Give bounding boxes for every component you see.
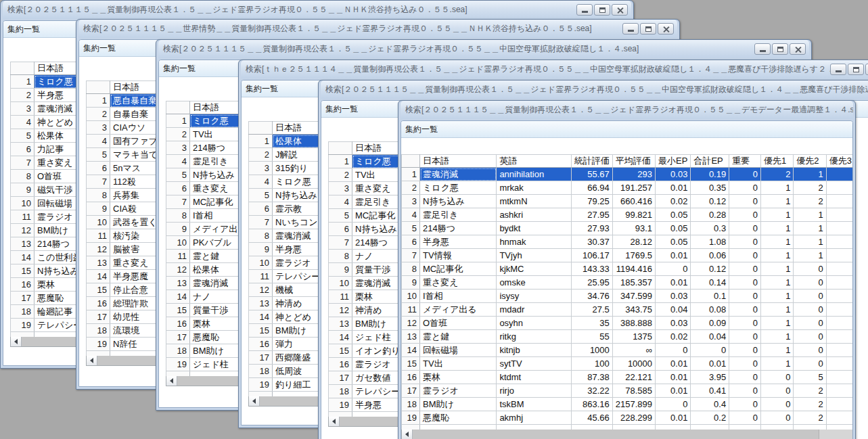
grid-cell[interactable]: 0 [794, 317, 826, 330]
grid-cell[interactable]: 1 [794, 222, 826, 235]
column-header[interactable]: 統計評価 [571, 155, 612, 168]
row-number-cell[interactable]: 6 [402, 235, 420, 249]
grid-cell[interactable] [826, 398, 853, 411]
column-header[interactable]: 優先2 [794, 155, 826, 168]
grid-cell[interactable]: 863.16 [571, 398, 612, 411]
grid-cell[interactable]: ∞ [612, 344, 655, 357]
row-number-cell[interactable]: 12 [87, 243, 110, 256]
grid-cell[interactable]: 1375 [612, 330, 655, 344]
row-number-cell[interactable]: 13 [402, 330, 420, 344]
row-number-cell[interactable]: 10 [329, 277, 352, 290]
grid-cell[interactable]: 0.05 [656, 235, 691, 249]
grid-cell[interactable]: isysy [497, 290, 571, 303]
column-header[interactable]: 優先1 [761, 155, 794, 168]
grid-cell[interactable]: 0 [729, 222, 761, 235]
grid-cell[interactable] [826, 371, 853, 384]
grid-cell[interactable]: 0.35 [691, 181, 729, 195]
row-number-cell[interactable]: 11 [11, 210, 35, 224]
grid-cell[interactable]: 0 [729, 344, 761, 357]
row-number-cell[interactable]: 19 [11, 319, 35, 332]
grid-cell[interactable]: 25.95 [571, 276, 612, 290]
grid-cell[interactable] [826, 181, 853, 195]
grid-cell[interactable]: 1 [761, 181, 794, 195]
grid-cell[interactable]: 1 [761, 317, 794, 330]
row-number-cell[interactable]: 18 [87, 324, 110, 338]
grid-corner-cell[interactable] [329, 142, 352, 155]
grid-cell[interactable]: 28.12 [612, 235, 655, 249]
horizontal-scrollbar[interactable] [401, 430, 853, 439]
close-button[interactable] [612, 4, 628, 16]
grid-cell[interactable]: 2 [794, 411, 826, 425]
grid-cell[interactable]: 0.02 [656, 330, 691, 344]
grid-cell[interactable]: 回転磁場 [420, 344, 497, 357]
grid-cell[interactable]: tskBM [497, 398, 571, 411]
scroll-left-button[interactable] [11, 337, 22, 346]
row-number-cell[interactable]: 10 [402, 290, 420, 303]
column-header[interactable]: 合計EP [691, 155, 729, 168]
grid-cell[interactable]: 1 [761, 290, 794, 303]
grid-cell[interactable]: 霊ラジオ [420, 384, 497, 398]
grid-cell[interactable] [794, 425, 826, 430]
grid-cell[interactable]: 1 [761, 303, 794, 317]
column-header[interactable]: 重要 [729, 155, 761, 168]
grid-cell[interactable] [729, 425, 761, 430]
row-number-cell[interactable]: 2 [11, 89, 35, 102]
grid-cell[interactable]: osyhn [497, 317, 571, 330]
grid-cell[interactable]: 660.416 [612, 195, 655, 208]
restore-button[interactable] [594, 4, 610, 16]
row-number-cell[interactable]: 14 [166, 290, 190, 304]
grid-cell[interactable]: 388.888 [612, 317, 655, 330]
row-number-cell[interactable]: 17 [249, 351, 273, 365]
grid-cell[interactable]: 0.01 [656, 276, 691, 290]
grid-cell[interactable]: 0 [656, 262, 691, 276]
grid-cell[interactable]: mtkmN [497, 195, 571, 208]
grid-cell[interactable]: 0.01 [656, 371, 691, 384]
grid-cell[interactable]: MC記事化 [420, 262, 497, 276]
grid-cell[interactable]: 0.12 [691, 262, 729, 276]
grid-cell[interactable]: kjkMC [497, 262, 571, 276]
window-titlebar[interactable]: 検索[ｔｈｅ２５１１１４＿＿質量制御再現公表１．５＿＿ジェド霊界ラジオ再現０．５… [241, 60, 868, 78]
row-number-cell[interactable]: 19 [249, 378, 273, 392]
grid-cell[interactable]: 1 [761, 208, 794, 222]
grid-cell[interactable]: 0 [729, 330, 761, 344]
row-number-cell[interactable]: 13 [249, 297, 273, 310]
grid-cell[interactable]: 1 [761, 276, 794, 290]
grid-cell[interactable] [826, 208, 853, 222]
row-number-cell[interactable]: 14 [87, 270, 110, 283]
row-number-cell[interactable]: 5 [329, 209, 352, 223]
grid-cell[interactable]: 0.19 [691, 168, 729, 181]
row-number-cell[interactable]: 19 [166, 358, 190, 371]
grid-cell[interactable]: 2 [761, 168, 794, 181]
grid-cell[interactable]: 5 [794, 371, 826, 384]
grid-cell[interactable]: ktdmt [497, 371, 571, 384]
grid-cell[interactable]: 0 [729, 181, 761, 195]
row-number-cell[interactable]: 10 [11, 197, 35, 210]
row-number-cell[interactable]: 15 [249, 324, 273, 338]
grid-cell[interactable]: 0.05 [656, 222, 691, 235]
grid-cell[interactable]: TVjyh [497, 249, 571, 262]
row-number-cell[interactable]: 18 [402, 398, 420, 411]
row-number-cell[interactable]: 13 [87, 256, 110, 270]
grid-cell[interactable]: sytTV [497, 357, 571, 371]
grid-cell[interactable]: 0 [729, 276, 761, 290]
grid-cell[interactable]: 0.01 [691, 357, 729, 371]
grid-cell[interactable]: 0.06 [691, 249, 729, 262]
grid-cell[interactable] [826, 235, 853, 249]
grid-cell[interactable]: 0.09 [691, 317, 729, 330]
grid-cell[interactable]: rirjo [497, 384, 571, 398]
grid-cell[interactable]: ミロク悪 [420, 181, 497, 195]
grid-cell[interactable]: 2 [794, 181, 826, 195]
grid-cell[interactable] [826, 425, 853, 430]
row-number-cell[interactable]: 16 [166, 317, 190, 331]
row-number-cell[interactable]: 5 [249, 189, 273, 202]
grid-cell[interactable]: 1 [761, 222, 794, 235]
grid-cell[interactable]: 0 [729, 208, 761, 222]
grid-cell[interactable]: 55 [571, 330, 612, 344]
grid-cell[interactable] [612, 425, 655, 430]
row-number-cell[interactable]: 4 [87, 135, 110, 148]
row-number-cell[interactable]: 6 [249, 202, 273, 216]
row-number-cell[interactable]: 12 [249, 283, 273, 297]
grid-cell[interactable]: 0 [729, 384, 761, 398]
row-number-cell[interactable]: 3 [402, 195, 420, 208]
grid-cell[interactable]: メディア出る [420, 303, 497, 317]
